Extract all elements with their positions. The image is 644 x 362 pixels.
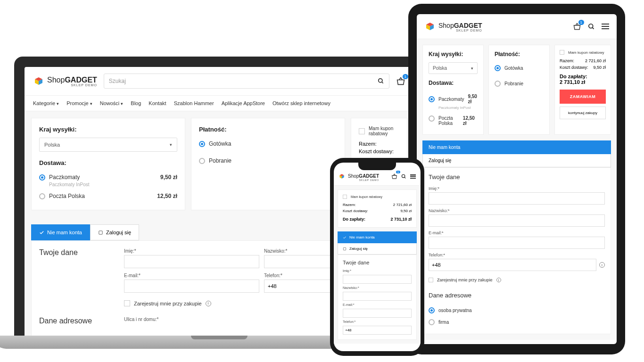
total-label: Do zapłaty: [560, 74, 606, 79]
chevron-down-icon: ▾ [170, 142, 172, 147]
menu-icon[interactable] [602, 24, 609, 29]
logo[interactable]: ShopGADGET SKLEP DEMO [33, 75, 97, 87]
phone-input[interactable] [429, 259, 596, 271]
tab-login[interactable]: Zaloguj się [338, 243, 417, 255]
search-icon[interactable] [588, 23, 595, 30]
nav-item[interactable]: Nowości ▾ [100, 100, 124, 106]
delivery-sub: Paczkomaty InPost [49, 182, 177, 187]
phone-mockup: ShopGADGET SKLEP DEMO 1 [330, 158, 424, 356]
fname-input[interactable] [124, 255, 259, 268]
nav-item[interactable]: Szablon Hammer [174, 100, 214, 106]
cart-button[interactable]: 1 [396, 77, 405, 85]
fname-input[interactable] [429, 192, 605, 205]
nav-item[interactable]: Aplikacje AppStore [222, 100, 265, 106]
radio-icon [429, 96, 435, 102]
logo-icon [33, 75, 44, 87]
payment-option[interactable]: Gotówka [199, 138, 337, 150]
continue-button[interactable]: kontynuuj zakupy [560, 107, 606, 119]
payment-option[interactable]: Pobranie [495, 78, 544, 90]
info-icon[interactable]: i [206, 301, 211, 306]
logo-icon [339, 173, 345, 180]
lname-input[interactable] [429, 214, 605, 227]
checkbox-icon [343, 195, 347, 199]
logo-icon [424, 21, 436, 32]
info-icon[interactable]: i [599, 262, 605, 268]
shipping-panel: Kraj wysyłki: Polska ▾ Dostawa: Paczkoma… [31, 118, 185, 210]
country-select[interactable]: Polska▾ [429, 62, 478, 74]
delivery-heading: Dostawa: [39, 159, 177, 166]
nav-item[interactable]: Promocje ▾ [66, 100, 92, 106]
country-select[interactable]: Polska ▾ [39, 138, 177, 152]
check-icon [39, 230, 44, 235]
svg-point-0 [379, 79, 382, 82]
form-heading: Twoje dane [429, 173, 605, 181]
email-input[interactable] [343, 309, 412, 318]
country-heading: Kraj wysyłki: [429, 51, 478, 58]
register-check[interactable]: Zarejestruj mnie przy zakupie i [429, 275, 605, 285]
logo[interactable]: ShopGADGET SKLEP DEMO [424, 21, 482, 32]
payment-option[interactable]: Gotówka [495, 62, 544, 74]
checkbox-icon [124, 300, 130, 306]
nav-item[interactable]: Kontakt [149, 100, 166, 106]
tab-login[interactable]: Zaloguj się [422, 154, 611, 167]
coupon-check[interactable]: Mam kupon rabatowy [343, 195, 412, 202]
delivery-option[interactable]: Paczkomaty 9,50 zł [429, 91, 478, 107]
menu-icon[interactable] [410, 174, 416, 179]
summary-panel: Mam kupon rabatowy Razem:2 721,60 zł Kos… [338, 189, 417, 228]
person-type[interactable]: firma [429, 316, 605, 328]
cart-button[interactable]: 1 [391, 173, 397, 179]
delivery-sub: Paczkomaty InPost [438, 106, 478, 110]
fname-label: Imię:* [429, 186, 605, 191]
email-label: E-mail:* [124, 273, 259, 278]
coupon-check[interactable]: Mam kupon rabatowy [560, 50, 606, 58]
search-icon[interactable] [401, 174, 406, 179]
tab-login[interactable]: Zaloguj się [90, 224, 139, 240]
cart-badge: 1 [578, 20, 584, 25]
payment-heading: Płatność: [495, 51, 544, 58]
lname-input[interactable] [343, 292, 412, 301]
phone-input[interactable] [343, 326, 412, 335]
search-input[interactable]: Szukaj [104, 74, 389, 89]
country-value: Polska [44, 142, 60, 148]
cart-button[interactable]: 1 [573, 23, 581, 30]
shipping-panel: Kraj wysyłki: Polska▾ Dostawa: Paczkomat… [422, 45, 484, 135]
person-type[interactable]: osoba prywatna [429, 304, 605, 316]
radio-icon [495, 81, 501, 87]
email-label: E-mail:* [429, 230, 605, 235]
radio-icon [199, 141, 205, 147]
tab-no-account[interactable]: Nie mam konta [338, 231, 417, 243]
login-icon [98, 230, 103, 235]
payment-label: Pobranie [209, 157, 231, 164]
fname-input[interactable] [343, 275, 412, 284]
tab-no-account[interactable]: Nie mam konta [422, 140, 611, 154]
form-heading: Twoje dane [39, 248, 110, 304]
fname-label: Imię:* [124, 248, 259, 254]
radio-icon [429, 115, 435, 122]
order-button[interactable]: ZAMAWIAM [560, 90, 606, 104]
delivery-option[interactable]: Poczta Polska 12,50 zł [429, 113, 478, 129]
coupon-check[interactable]: Mam kupon rabatowy [359, 126, 399, 140]
coupon-label: Mam kupon rabatowy [369, 126, 399, 136]
logo[interactable]: ShopGADGET SKLEP DEMO [339, 171, 379, 181]
payment-option[interactable]: Pobranie [199, 155, 337, 167]
delivery-label: Paczkomaty [49, 174, 80, 181]
country-heading: Kraj wysyłki: [39, 126, 177, 133]
tab-no-account[interactable]: Nie mam konta [31, 224, 90, 240]
search-placeholder: Szukaj [109, 78, 378, 84]
email-input[interactable] [124, 280, 259, 293]
info-icon[interactable]: i [496, 278, 501, 282]
email-input[interactable] [429, 237, 605, 249]
checkbox-icon [429, 278, 433, 282]
nav-item[interactable]: Otwórz sklep internetowy [272, 100, 330, 106]
personal-form: Twoje dane Imię:* Nazwisko:* E-mail:* Te… [338, 255, 417, 340]
svg-point-5 [402, 174, 405, 177]
search-icon[interactable] [378, 78, 384, 84]
nav-item[interactable]: Blog [131, 100, 141, 106]
delivery-price: 9,50 zł [160, 174, 177, 181]
svg-rect-2 [99, 230, 102, 234]
nav-item[interactable]: Kategorie ▾ [33, 100, 59, 106]
delivery-option[interactable]: Poczta Polska 12,50 zł [39, 190, 177, 202]
cart-badge: 1 [396, 171, 400, 173]
payment-panel: Płatność: Gotówka Pobranie [191, 118, 345, 210]
register-label: Zarejestruj mnie przy zakupie [134, 301, 202, 306]
